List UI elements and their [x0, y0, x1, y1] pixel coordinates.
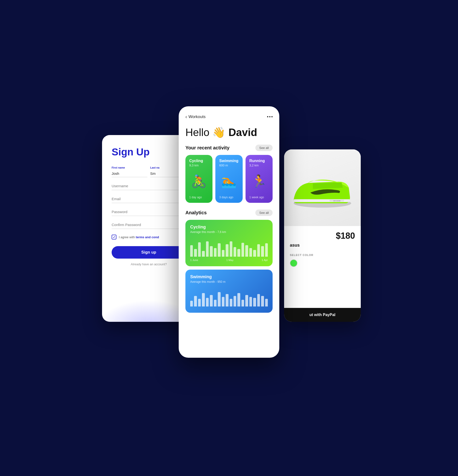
chart-bar	[230, 241, 232, 257]
paypal-text: ut with PayPal	[310, 313, 335, 317]
signup-button[interactable]: Sign up	[112, 246, 186, 259]
cycling-analytics-title: Cycling	[190, 225, 268, 230]
swimming-analytics-title: Swimming	[190, 274, 268, 280]
chart-bar	[233, 247, 236, 257]
chart-bar	[206, 241, 209, 257]
chart-bar	[226, 244, 228, 257]
swimming-analytics-sub: Average this month - 950 m	[190, 280, 268, 283]
workout-header: ‹ Workouts	[179, 106, 279, 124]
chart-bar	[194, 296, 197, 306]
chart-bar	[190, 245, 193, 257]
chart-bar	[253, 250, 256, 257]
username-field	[112, 182, 186, 190]
cycling-card[interactable]: Cycling 9,3 km 🚴 1 day ago	[185, 155, 212, 203]
chart-bar	[249, 248, 252, 257]
chart-bar	[218, 243, 220, 257]
color-section: SELECT COLOR	[284, 252, 361, 271]
hello-section: Hello 👋 David	[179, 124, 279, 144]
shoe-name-partial: asus	[284, 243, 361, 252]
swimming-icon: 🏊	[219, 175, 239, 187]
agree-row: I agree with terms and cond	[112, 235, 186, 239]
cycling-time: 1 day ago	[189, 196, 209, 199]
see-all-activity-button[interactable]: See all	[255, 144, 273, 151]
chart-bar	[218, 292, 220, 306]
swimming-card[interactable]: Swimming 600 m 🏊 3 days ago	[215, 155, 242, 203]
svg-text:AIR ZOOM: AIR ZOOM	[333, 200, 340, 202]
chart-bar	[226, 294, 228, 306]
back-button[interactable]: ‹ Workouts	[185, 114, 206, 119]
first-name-label: First name	[112, 166, 147, 169]
workout-card: ‹ Workouts Hello 👋 David Your recent act…	[179, 106, 279, 358]
chart-bar	[233, 296, 236, 306]
ecommerce-card: AIR ZOOM $180 asus SELECT COLOR ut with …	[284, 149, 361, 322]
user-name: David	[229, 127, 257, 138]
paypal-button[interactable]: ut with PayPal	[284, 308, 361, 322]
first-name-group: First name	[112, 166, 147, 177]
swimming-time: 3 days ago	[219, 196, 239, 199]
chart-bar	[245, 245, 248, 257]
cycling-distance: 9,3 km	[189, 163, 209, 167]
hello-text: Hello 👋 David	[185, 126, 273, 139]
chart-bar	[214, 300, 216, 306]
color-swatch-green[interactable]	[290, 259, 297, 267]
back-chevron-icon: ‹	[185, 114, 187, 119]
confirm-password-field	[112, 221, 186, 229]
chart-bar	[222, 297, 225, 306]
see-all-analytics-button[interactable]: See all	[255, 210, 273, 216]
chart-bar	[265, 299, 268, 306]
chart-bar	[245, 295, 248, 306]
running-card[interactable]: Running 3,2 km 🏃 1 week ago	[246, 155, 273, 203]
cycling-label-mid: 1 May	[226, 259, 233, 262]
username-input[interactable]	[112, 182, 186, 190]
shoe-image: AIR ZOOM	[284, 149, 361, 226]
dot-1	[267, 116, 268, 117]
chart-bar	[210, 246, 212, 257]
dot-3	[271, 116, 273, 117]
chart-bar	[265, 243, 268, 257]
chart-bar	[261, 246, 264, 257]
chart-bar	[190, 301, 193, 306]
cycling-label-start: 1 June	[190, 259, 198, 262]
chart-bar	[202, 251, 205, 257]
email-input[interactable]	[112, 195, 186, 203]
agree-checkbox[interactable]	[112, 235, 116, 239]
name-row: First name Last na	[112, 166, 186, 177]
swimming-distance: 600 m	[219, 163, 239, 167]
color-label: SELECT COLOR	[290, 254, 355, 256]
chart-bar	[214, 248, 216, 257]
chart-bar	[230, 299, 232, 306]
cycling-label-end: 1 Apr	[262, 259, 268, 262]
running-name: Running	[249, 159, 269, 163]
swimming-analytics-card[interactable]: Swimming Average this month - 950 m	[185, 270, 273, 313]
confirm-password-input[interactable]	[112, 221, 186, 229]
cycling-chart-labels: 1 June 1 May 1 Apr	[190, 259, 268, 262]
running-time: 1 week ago	[249, 196, 269, 199]
terms-link[interactable]: terms and cond	[136, 235, 159, 239]
chart-bar	[242, 243, 244, 257]
activity-row: Cycling 9,3 km 🚴 1 day ago Swimming 600 …	[179, 155, 279, 210]
agree-text: I agree with terms and cond	[119, 235, 159, 239]
chart-bar	[237, 249, 240, 257]
chart-bar	[257, 244, 260, 257]
chart-bar	[202, 293, 205, 306]
chart-bar	[261, 296, 264, 306]
running-icon: 🏃	[249, 175, 269, 187]
back-label: Workouts	[189, 114, 206, 119]
analytics-section: Cycling Average this month - 7,6 km 1 Ju…	[179, 220, 279, 313]
shoe-price: $180	[284, 226, 361, 243]
cycling-analytics-card[interactable]: Cycling Average this month - 7,6 km 1 Ju…	[185, 220, 273, 266]
first-name-input[interactable]	[112, 170, 147, 177]
password-field	[112, 208, 186, 216]
chart-bar	[249, 297, 252, 306]
shoe-illustration: AIR ZOOM	[289, 164, 356, 212]
more-menu-button[interactable]	[267, 116, 273, 117]
password-input[interactable]	[112, 208, 186, 216]
cycling-name: Cycling	[189, 159, 209, 163]
signin-text: Already have an account?	[112, 263, 186, 266]
chart-bar	[237, 293, 240, 306]
chart-bar	[198, 299, 201, 306]
scene: Sign Up First name Last na I a	[121, 106, 337, 370]
email-field	[112, 195, 186, 203]
cycling-icon: 🚴	[189, 175, 209, 187]
chart-bar	[198, 242, 201, 257]
